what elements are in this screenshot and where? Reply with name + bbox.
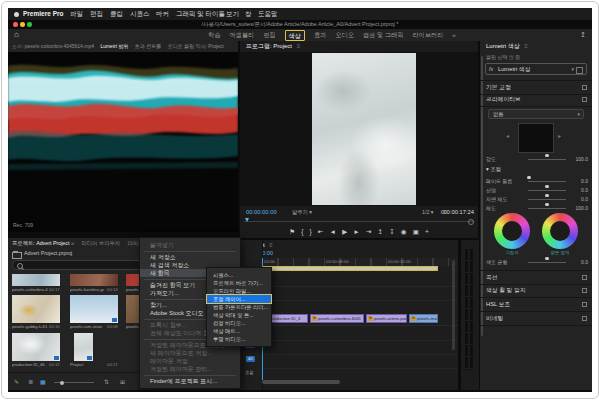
tint-balance-slider[interactable]: 색조 균형0.0 [480, 258, 592, 266]
mark-in-icon[interactable]: { [301, 228, 303, 235]
look-preview[interactable] [518, 123, 554, 153]
highlight-tint-wheel[interactable] [542, 213, 578, 249]
media-thumbnail[interactable] [70, 274, 118, 286]
quick-export-icon[interactable]: ↥ [580, 29, 586, 41]
current-timecode[interactable]: 00:00:00:00 [246, 207, 277, 217]
workspace-overflow-icon[interactable]: » [452, 29, 455, 41]
icon-view-icon[interactable]: ▦ [40, 373, 46, 390]
workspace-tab-learning[interactable]: 학습 [208, 29, 220, 41]
timeline-horizontal-scrollbar[interactable] [262, 380, 340, 384]
media-name[interactable]: Project [70, 362, 96, 367]
menu-item-manage-layouts[interactable]: 저장된 레이아웃 관리... [140, 365, 240, 373]
tab-lumetri-scopes[interactable]: Lumetri 범위 [100, 43, 128, 49]
play-icon[interactable]: ▶ [342, 228, 347, 235]
menu-item-reveal-in-finder[interactable]: Finder에 프로젝트 표시... [140, 377, 240, 385]
timeline-vertical-scrollbar[interactable] [452, 260, 455, 350]
shadow-tint-wheel[interactable] [494, 213, 530, 249]
menu-item-paste[interactable]: 붙여넣기 [140, 241, 240, 249]
extract-icon[interactable]: ↧ [389, 228, 394, 235]
timeline-clip[interactable]: fxpexels-cottonbro-4045 [310, 314, 364, 323]
step-forward-icon[interactable]: ► [353, 228, 359, 235]
section-checkbox[interactable] [582, 288, 587, 293]
tab-effect-controls[interactable]: 효과 컨트롤 [135, 43, 161, 49]
media-name[interactable]: pexels-ram-stran [70, 324, 106, 329]
submenu-item-adjustment-layer[interactable]: 조정 레이어... [207, 295, 271, 303]
thumbnail-zoom-knob[interactable] [60, 381, 64, 385]
timeline-clip[interactable]: fxpexels-artem-pod [366, 314, 407, 323]
sort-icon[interactable]: ⇅ [104, 373, 109, 390]
home-icon[interactable]: ⌂ [14, 29, 19, 41]
menu-help[interactable]: 도움말 [258, 8, 278, 20]
submenu-item-color-matte[interactable]: 색상 매트... [207, 327, 271, 335]
menu-graphics[interactable]: 그래픽 및 타이틀 [176, 8, 225, 20]
media-thumbnail[interactable] [12, 274, 60, 286]
workspace-tab-effects[interactable]: 효과 [314, 29, 326, 41]
workspace-tab-assembly[interactable]: 어셈블리 [229, 29, 254, 41]
track-a3-badge[interactable]: A3 [246, 356, 255, 362]
workspace-tab-editing[interactable]: 편집 [263, 29, 275, 41]
section-checkbox[interactable] [582, 302, 587, 307]
menu-marker[interactable]: 마커 [156, 8, 169, 20]
button-editor-icon[interactable]: + [425, 228, 429, 235]
program-video[interactable] [312, 53, 416, 205]
panel-menu-icon[interactable]: ≡ [71, 240, 74, 246]
workspace-tab-color[interactable]: 색상 [285, 30, 305, 42]
media-thumbnail[interactable] [12, 295, 60, 323]
workspace-tab-captions[interactable]: 캡션 및 그래픽 [363, 29, 404, 41]
panel-menu-icon[interactable]: ≡ [297, 43, 301, 49]
menu-item-new-bin[interactable]: 새 저장소 [140, 253, 240, 261]
workspace-tab-libraries[interactable]: 라이브러리 [412, 29, 443, 41]
section-color-wheels[interactable]: 색상 휠 및 일치 [480, 284, 592, 298]
lift-icon[interactable]: ↥ [378, 228, 383, 235]
menu-edit[interactable]: 편집 [90, 8, 103, 20]
timeline-clip[interactable]: fxpexels-mart-produ [409, 314, 438, 323]
menu-item-save-as-layout[interactable]: 새 레이아웃으로 저장... [140, 349, 240, 357]
submenu-item-black-video[interactable]: 검정 비디오... [207, 319, 271, 327]
menu-window[interactable]: 창 [245, 8, 252, 20]
section-curves[interactable]: 곡선 [480, 270, 592, 285]
export-frame-icon[interactable]: ◉ [401, 228, 407, 235]
section-checkbox[interactable] [582, 85, 587, 90]
tab-project[interactable]: 프로젝트: Advert Project [12, 240, 69, 246]
media-thumbnail[interactable] [12, 333, 60, 361]
breadcrumb[interactable]: Advert Project.prproj [12, 249, 72, 258]
program-scrubber[interactable] [240, 217, 478, 225]
section-vignette[interactable]: 비네팅 [480, 312, 592, 326]
saturation-slider[interactable]: 채도100.0 [480, 204, 592, 212]
menu-app-name[interactable]: Premiere Pro [23, 8, 63, 20]
work-area-bar[interactable] [262, 266, 438, 271]
lumetri-effect-dropdown[interactable]: fx Lumetri 색상 ▾ [485, 63, 587, 75]
panel-menu-icon[interactable]: ≡ [269, 242, 273, 248]
sharpen-slider[interactable]: 선명0.0 [480, 186, 592, 194]
submenu-item-countdown-leader[interactable]: 범용 카운트다운 리더... [207, 303, 271, 311]
tab-source-monitor[interactable]: 소스: pexels-cottonbro-4045614.mp4 [12, 43, 94, 49]
look-prev-icon[interactable]: ◂ [506, 132, 509, 139]
master-track-label[interactable]: 혼합 [245, 370, 254, 375]
intensity-slider[interactable]: 강도100.0 [480, 155, 592, 163]
fit-dropdown[interactable]: 맞추기 ▾ [292, 207, 312, 217]
tab-media-browser[interactable]: 미디어 브라우저 [81, 240, 120, 246]
menu-file[interactable]: 파일 [70, 8, 83, 20]
submenu-item-project-shortcut[interactable]: 프로젝트 바로 가기... [207, 279, 271, 287]
look-next-icon[interactable]: ▸ [558, 132, 561, 139]
look-dropdown[interactable]: 없음 ▾ [488, 109, 584, 119]
submenu-item-bars-and-tone[interactable]: 색상 막대 및 톤... [207, 311, 271, 319]
writable-icon[interactable]: ✎ [14, 373, 19, 390]
submenu-item-offline-file[interactable]: 오프라인 파일... [207, 287, 271, 295]
faded-film-slider[interactable]: 페이드 필름0.0 [480, 177, 592, 185]
vibrance-slider[interactable]: 자연 채도0.0 [480, 195, 592, 203]
tab-audio-clip-mixer[interactable]: 오디오 클립 믹서: Project [168, 43, 224, 49]
scope-colorspace-label[interactable]: Rec. 709 [13, 222, 33, 228]
tab-program-monitor[interactable]: 프로그램: Project [246, 43, 292, 49]
resolution-dropdown[interactable]: 1/2 ▾ [422, 207, 434, 217]
list-view-icon[interactable]: ≣ [28, 373, 33, 390]
menu-sequence[interactable]: 시퀀스 [130, 8, 150, 20]
effect-toggle-icon[interactable] [576, 67, 583, 74]
sequence-thumbnail[interactable] [74, 333, 93, 361]
media-name[interactable]: pexels-cottonbro-4 [12, 287, 48, 292]
media-name[interactable]: pexels-karolina-gr [70, 287, 106, 292]
section-checkbox[interactable] [582, 275, 587, 280]
apple-logo[interactable] [14, 12, 19, 17]
panel-menu-icon[interactable]: ≡ [524, 43, 528, 49]
submenu-item-sequence[interactable]: 시퀀스... [207, 271, 271, 279]
